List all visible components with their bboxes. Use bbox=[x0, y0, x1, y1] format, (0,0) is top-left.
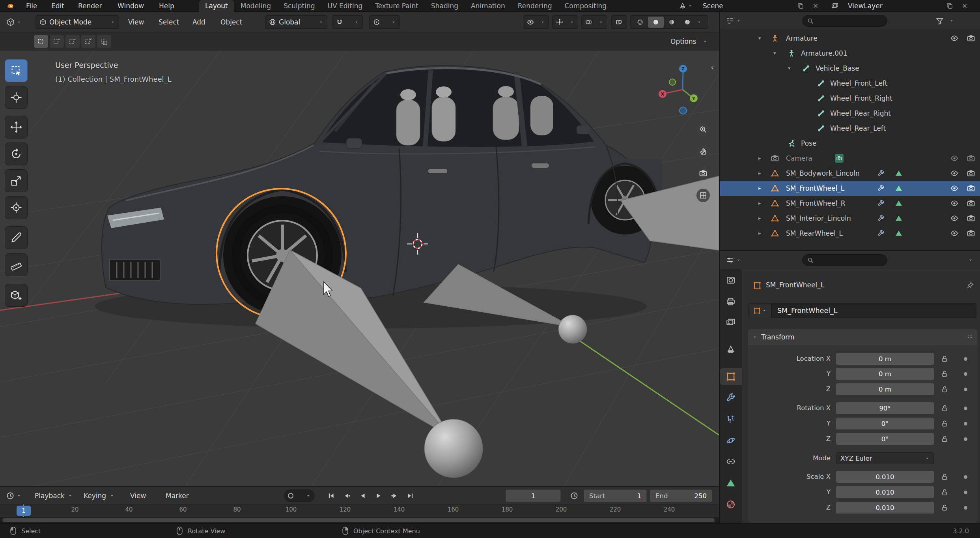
disclosure-triangle-icon[interactable]: ▸ bbox=[758, 166, 761, 181]
tab-physics-properties[interactable] bbox=[720, 432, 742, 449]
animate-dot-icon[interactable] bbox=[964, 491, 967, 494]
pin-icon[interactable] bbox=[966, 281, 974, 289]
animate-dot-icon[interactable] bbox=[964, 475, 967, 479]
breadcrumb[interactable]: SM_FrontWheel_L bbox=[766, 277, 824, 293]
blender-logo-icon[interactable] bbox=[6, 2, 14, 10]
tab-particle-properties[interactable] bbox=[720, 411, 742, 428]
disable-render-camera-icon[interactable] bbox=[967, 229, 975, 237]
menu-select[interactable]: Select bbox=[159, 12, 179, 32]
editor-type-dropdown-icon[interactable] bbox=[736, 258, 741, 262]
outliner-item-label[interactable]: Wheel_Front_Left bbox=[830, 76, 887, 91]
lock-icon[interactable] bbox=[941, 355, 948, 362]
editor-type-dropdown-icon[interactable] bbox=[17, 20, 21, 24]
outliner-row-pose[interactable]: Pose bbox=[720, 136, 980, 151]
disable-render-camera-icon[interactable] bbox=[967, 184, 975, 192]
new-view-layer-button[interactable] bbox=[946, 3, 953, 9]
menu-window[interactable]: Window bbox=[118, 0, 144, 12]
play-button[interactable] bbox=[371, 489, 386, 502]
object-id-selector[interactable] bbox=[749, 303, 771, 318]
outliner-item-label[interactable]: Wheel_Rear_Right bbox=[830, 106, 891, 121]
filter-icon[interactable] bbox=[936, 17, 944, 25]
lock-icon[interactable] bbox=[941, 504, 948, 511]
select-mode-new-button[interactable] bbox=[34, 35, 48, 48]
object-visibility-dropdown[interactable] bbox=[523, 15, 549, 29]
previous-keyframe-button[interactable] bbox=[340, 489, 354, 502]
editor-type-properties-icon[interactable] bbox=[726, 256, 734, 264]
shading-dropdown-icon[interactable] bbox=[697, 20, 702, 24]
playhead-marker[interactable]: 1 bbox=[17, 506, 31, 516]
menu-view-timeline[interactable]: View bbox=[130, 487, 146, 505]
editor-type-dropdown-icon[interactable] bbox=[736, 19, 741, 23]
view-layer-icon[interactable] bbox=[831, 2, 838, 9]
shading-solid-button[interactable] bbox=[648, 17, 664, 28]
tab-texture-paint[interactable]: Texture Paint bbox=[369, 0, 424, 12]
disclosure-triangle-icon[interactable]: ▸ bbox=[758, 211, 761, 226]
disclosure-triangle-icon[interactable]: ▸ bbox=[758, 181, 761, 196]
outliner-row-armature-data[interactable]: ▾ Armature.001 bbox=[720, 46, 980, 61]
outliner-row-wheel-front-left[interactable]: Wheel_Front_Left bbox=[720, 76, 980, 91]
next-keyframe-button[interactable] bbox=[387, 489, 401, 502]
tool-rotate[interactable] bbox=[5, 142, 28, 165]
disclosure-triangle-icon[interactable]: ▾ bbox=[758, 31, 761, 46]
shading-material-button[interactable] bbox=[664, 17, 679, 28]
play-reverse-button[interactable] bbox=[356, 489, 370, 502]
lock-icon[interactable] bbox=[941, 386, 948, 393]
properties-search[interactable] bbox=[802, 254, 887, 266]
timeline-scrollbar[interactable] bbox=[0, 517, 719, 523]
sidebar-toggle-arrow[interactable]: ‹ bbox=[711, 62, 714, 72]
frame-end-field[interactable]: End 250 bbox=[650, 489, 712, 502]
menu-keying[interactable]: Keying bbox=[84, 487, 106, 505]
tool-add-cube[interactable] bbox=[5, 284, 28, 307]
tool-transform[interactable] bbox=[5, 196, 28, 219]
outliner-item-label[interactable]: SM_FrontWheel_L bbox=[786, 181, 844, 196]
disclosure-triangle-icon[interactable]: ▾ bbox=[788, 61, 791, 76]
tab-object-data-properties[interactable] bbox=[720, 474, 742, 492]
panel-grip-icon[interactable] bbox=[967, 334, 973, 340]
auto-keying-toggle[interactable] bbox=[284, 489, 315, 502]
outliner-item-label[interactable]: Armature.001 bbox=[801, 46, 847, 61]
tab-constraint-properties[interactable] bbox=[720, 453, 742, 471]
outliner-item-label[interactable]: Camera bbox=[786, 151, 812, 166]
show-overlays-toggle[interactable] bbox=[581, 15, 607, 29]
hide-eye-icon[interactable] bbox=[950, 229, 958, 237]
menu-edit[interactable]: Edit bbox=[51, 0, 64, 12]
animate-dot-icon[interactable] bbox=[964, 407, 967, 410]
frame-start-field[interactable]: Start 1 bbox=[584, 489, 647, 502]
tab-scene-properties[interactable] bbox=[720, 341, 742, 358]
unlink-scene-button[interactable] bbox=[812, 3, 819, 9]
3d-viewport[interactable]: User Perspective (1) Collection | SM_Fro… bbox=[0, 51, 719, 486]
view-layer-name[interactable]: ViewLayer bbox=[848, 0, 883, 12]
tab-render-properties[interactable] bbox=[720, 272, 742, 289]
outliner-row-camera[interactable]: ▸ Camera bbox=[720, 151, 980, 166]
disclosure-triangle-icon[interactable]: ▸ bbox=[758, 196, 761, 211]
tab-sculpting[interactable]: Sculpting bbox=[278, 0, 321, 12]
menu-render[interactable]: Render bbox=[78, 0, 102, 12]
outliner-row-sm-rearwheel-l[interactable]: ▸ SM_RearWheel_L bbox=[720, 226, 980, 241]
disclosure-triangle-icon[interactable]: ▸ bbox=[758, 226, 761, 241]
mode-dropdown[interactable]: Object Mode bbox=[35, 15, 119, 29]
snapping-toggle[interactable] bbox=[332, 15, 363, 29]
tool-select-box[interactable] bbox=[5, 59, 28, 82]
navigation-gizmo[interactable]: Z X Y bbox=[657, 64, 708, 115]
tool-scale[interactable] bbox=[5, 169, 28, 192]
menu-playback[interactable]: Playback bbox=[35, 487, 65, 505]
bone-head-sphere[interactable] bbox=[558, 315, 587, 343]
show-gizmo-toggle[interactable] bbox=[552, 15, 578, 29]
tab-compositing[interactable]: Compositing bbox=[558, 0, 612, 12]
disable-render-camera-icon[interactable] bbox=[967, 199, 975, 207]
properties-search-input[interactable] bbox=[817, 256, 876, 264]
select-mode-invert-button[interactable] bbox=[81, 35, 95, 48]
outliner-row-armature[interactable]: ▾ Armature bbox=[720, 31, 980, 46]
outliner-row-wheel-rear-left[interactable]: Wheel_Rear_Left bbox=[720, 121, 980, 136]
menu-add[interactable]: Add bbox=[192, 12, 205, 32]
outliner-row-wheel-rear-right[interactable]: Wheel_Rear_Right bbox=[720, 106, 980, 121]
outliner-item-label[interactable]: SM_RearWheel_L bbox=[786, 226, 843, 241]
tab-view-layer-properties[interactable] bbox=[720, 314, 742, 331]
location-x-field[interactable]: 0 m bbox=[836, 353, 934, 365]
snapping-dropdown-icon[interactable] bbox=[354, 20, 359, 24]
viewport-scene[interactable] bbox=[0, 51, 719, 486]
location-z-field[interactable]: 0 m bbox=[836, 383, 934, 395]
tab-object-properties[interactable] bbox=[720, 368, 742, 385]
lock-icon[interactable] bbox=[941, 473, 948, 480]
hide-eye-icon[interactable] bbox=[950, 214, 958, 222]
